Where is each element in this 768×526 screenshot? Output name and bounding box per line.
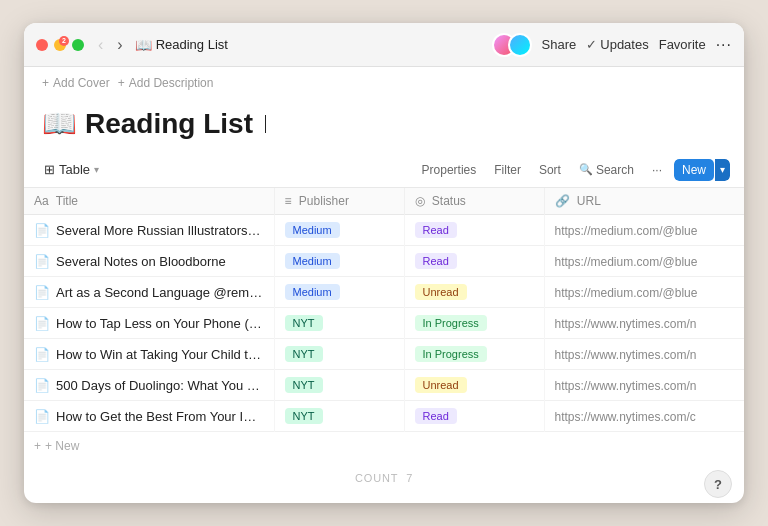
close-button[interactable] (36, 39, 48, 51)
breadcrumb: 📖 Reading List (135, 37, 492, 53)
share-button[interactable]: Share (542, 37, 577, 52)
count-value: 7 (406, 472, 413, 484)
status-badge: Read (415, 253, 457, 269)
column-header-status[interactable]: ◎ Status (404, 188, 544, 215)
title-text: How to Tap Less on Your Phone (but (56, 316, 264, 331)
cell-publisher: NYT (274, 308, 404, 339)
search-button[interactable]: 🔍 Search (573, 160, 640, 180)
column-header-title[interactable]: Aa Title (24, 188, 274, 215)
cell-status: Unread (404, 277, 544, 308)
cell-title[interactable]: 📄 Several Notes on Bloodborne (24, 246, 274, 277)
cell-title[interactable]: 📄 Art as a Second Language @remind t (24, 277, 274, 308)
cell-status: Read (404, 246, 544, 277)
back-button[interactable]: ‹ (94, 34, 107, 56)
status-badge: Read (415, 222, 457, 238)
plus-icon: + (34, 439, 41, 453)
column-publisher-label: Publisher (299, 194, 349, 208)
cell-title[interactable]: 📄 How to Get the Best From Your Immu (24, 401, 274, 432)
title-text: How to Get the Best From Your Immu (56, 409, 264, 424)
cursor (265, 115, 266, 133)
sort-button[interactable]: Sort (533, 160, 567, 180)
page-toolbar: + Add Cover + Add Description (24, 67, 744, 99)
status-badge: In Progress (415, 346, 487, 362)
favorite-button[interactable]: Favorite (659, 37, 706, 52)
cell-title[interactable]: 📄 How to Win at Taking Your Child to V (24, 339, 274, 370)
notification-badge: 2 (59, 36, 69, 46)
table-body: 📄 Several More Russian Illustrators of N… (24, 215, 744, 432)
table-row[interactable]: 📄 How to Win at Taking Your Child to V N… (24, 339, 744, 370)
cell-status: Read (404, 401, 544, 432)
url-text: https://www.nytimes.com/c (555, 410, 696, 424)
column-status-label: Status (432, 194, 466, 208)
url-text: https://www.nytimes.com/n (555, 379, 697, 393)
url-text: https://www.nytimes.com/n (555, 317, 697, 331)
page-title-text: Reading List (85, 108, 253, 140)
document-icon: 📄 (34, 347, 50, 362)
table-row[interactable]: 📄 Several Notes on Bloodborne MediumRead… (24, 246, 744, 277)
title-text: Several Notes on Bloodborne (56, 254, 226, 269)
table-row[interactable]: 📄 Several More Russian Illustrators of N… (24, 215, 744, 246)
updates-button[interactable]: ✓ Updates (586, 37, 648, 52)
publisher-badge: NYT (285, 346, 323, 362)
maximize-button[interactable] (72, 39, 84, 51)
nav-buttons: ‹ › (94, 34, 127, 56)
text-icon: Aa (34, 194, 49, 208)
help-button[interactable]: ? (704, 470, 732, 498)
cell-url: https://www.nytimes.com/n (544, 339, 744, 370)
more-options-button[interactable]: ··· (716, 36, 732, 54)
cell-publisher: Medium (274, 215, 404, 246)
cell-url: https://www.nytimes.com/n (544, 308, 744, 339)
add-row-button[interactable]: + + New (24, 432, 744, 460)
more-view-options-button[interactable]: ··· (646, 160, 668, 180)
cell-publisher: NYT (274, 401, 404, 432)
column-header-url[interactable]: 🔗 URL (544, 188, 744, 215)
cell-status: In Progress (404, 308, 544, 339)
status-badge: In Progress (415, 315, 487, 331)
properties-button[interactable]: Properties (416, 160, 483, 180)
cell-title[interactable]: 📄 Several More Russian Illustrators of N (24, 215, 274, 246)
cell-url: https://medium.com/@blue (544, 215, 744, 246)
cell-url: https://www.nytimes.com/n (544, 370, 744, 401)
table-header-row: Aa Title ≡ Publisher ◎ Status 🔗 (24, 188, 744, 215)
column-title-label: Title (56, 194, 78, 208)
url-text: https://www.nytimes.com/n (555, 348, 697, 362)
minimize-button[interactable]: 2 (54, 39, 66, 51)
cell-title[interactable]: 📄 How to Tap Less on Your Phone (but (24, 308, 274, 339)
avatar (508, 33, 532, 57)
updates-label: Updates (600, 37, 648, 52)
content-area: ⊞ Table ▾ Properties Filter Sort 🔍 Searc… (24, 152, 744, 503)
column-header-publisher[interactable]: ≡ Publisher (274, 188, 404, 215)
view-toolbar: ⊞ Table ▾ Properties Filter Sort 🔍 Searc… (24, 152, 744, 188)
document-icon: 📄 (34, 223, 50, 238)
search-icon: 🔍 (579, 163, 593, 176)
table-row[interactable]: 📄 How to Tap Less on Your Phone (but NYT… (24, 308, 744, 339)
table-row[interactable]: 📄 How to Get the Best From Your Immu NYT… (24, 401, 744, 432)
search-label: Search (596, 163, 634, 177)
page-title: 📖 Reading List (42, 107, 726, 140)
cell-title[interactable]: 📄 500 Days of Duolingo: What You Car (24, 370, 274, 401)
new-button-dropdown[interactable]: ▾ (715, 159, 730, 181)
forward-button[interactable]: › (113, 34, 126, 56)
traffic-lights: 2 (36, 39, 84, 51)
filter-button[interactable]: Filter (488, 160, 527, 180)
publisher-badge: NYT (285, 315, 323, 331)
table-row[interactable]: 📄 Art as a Second Language @remind t Med… (24, 277, 744, 308)
url-text: https://medium.com/@blue (555, 286, 698, 300)
table-row[interactable]: 📄 500 Days of Duolingo: What You Car NYT… (24, 370, 744, 401)
table-view-button[interactable]: ⊞ Table ▾ (38, 158, 105, 181)
new-button[interactable]: New (674, 159, 714, 181)
chevron-down-icon: ▾ (94, 164, 99, 175)
column-url-label: URL (577, 194, 601, 208)
publisher-badge: Medium (285, 284, 340, 300)
cell-publisher: Medium (274, 277, 404, 308)
document-icon: 📄 (34, 316, 50, 331)
publisher-badge: Medium (285, 222, 340, 238)
new-button-group: New ▾ (674, 159, 730, 181)
publisher-badge: NYT (285, 377, 323, 393)
status-badge: Unread (415, 284, 467, 300)
title-text: Art as a Second Language @remind t (56, 285, 264, 300)
add-description-button[interactable]: + Add Description (118, 76, 214, 90)
add-cover-button[interactable]: + Add Cover (42, 76, 110, 90)
cell-publisher: Medium (274, 246, 404, 277)
cell-status: Unread (404, 370, 544, 401)
